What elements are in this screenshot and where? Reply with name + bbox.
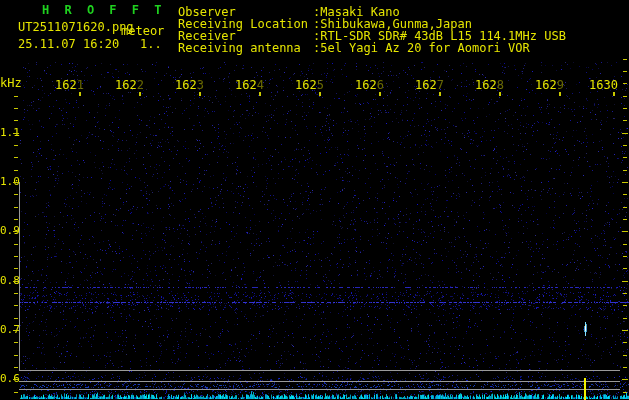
hrofft-output: H R O F F T UT2511071620.png meteor 25.1… bbox=[0, 0, 629, 400]
datetime-label: 25.11.07 16:20 bbox=[18, 38, 119, 50]
y-axis-tick bbox=[13, 231, 19, 232]
reference-line-upper bbox=[19, 370, 620, 371]
y-axis-tick bbox=[622, 133, 628, 134]
y-axis-tick bbox=[623, 108, 627, 109]
output-filename: UT2511071620.png bbox=[18, 21, 134, 33]
x-axis-tick bbox=[439, 92, 441, 96]
y-axis-tick bbox=[623, 256, 627, 257]
y-axis-tick bbox=[623, 355, 627, 356]
y-axis-tick bbox=[14, 318, 18, 319]
y-axis-tick bbox=[623, 219, 627, 220]
x-axis-tick bbox=[613, 92, 615, 96]
y-axis-tick bbox=[13, 133, 19, 134]
y-axis-tick bbox=[623, 268, 627, 269]
x-axis-tick-label: 1625 bbox=[294, 79, 324, 91]
x-axis-tick bbox=[559, 92, 561, 96]
reference-line-middle bbox=[19, 381, 620, 382]
x-axis-tick-label: 1629 bbox=[534, 79, 564, 91]
y-axis-tick bbox=[623, 367, 627, 368]
y-axis-tick bbox=[622, 330, 628, 331]
reference-line-lower bbox=[19, 389, 620, 390]
y-axis-tick bbox=[13, 281, 19, 282]
x-axis-tick-label: 1627 bbox=[414, 79, 444, 91]
y-axis-tick bbox=[14, 207, 18, 208]
y-axis-tick bbox=[622, 379, 628, 380]
y-axis-tick bbox=[14, 367, 18, 368]
y-axis-tick bbox=[623, 293, 627, 294]
x-axis-tick bbox=[139, 92, 141, 96]
x-axis-tick-label: 1630 bbox=[588, 79, 618, 91]
y-axis-tick bbox=[14, 120, 18, 121]
station-field-value: :5el Yagi Az 20 for Aomori VOR bbox=[313, 42, 530, 54]
x-axis-tick-label: 1624 bbox=[234, 79, 264, 91]
y-axis-tick bbox=[623, 342, 627, 343]
y-axis-tick bbox=[14, 219, 18, 220]
x-axis-tick bbox=[379, 92, 381, 96]
y-axis-tick bbox=[623, 392, 627, 393]
station-field-label: Receiving antenna bbox=[178, 42, 301, 54]
y-axis-tick bbox=[623, 305, 627, 306]
y-axis-tick bbox=[14, 145, 18, 146]
y-axis-tick bbox=[13, 182, 19, 183]
x-axis-tick bbox=[79, 92, 81, 96]
y-axis-tick bbox=[622, 281, 628, 282]
observation-name: meteor bbox=[121, 25, 164, 37]
y-axis-unit: kHz bbox=[0, 77, 22, 89]
x-axis-tick-label: 1622 bbox=[114, 79, 144, 91]
x-axis-tick bbox=[259, 92, 261, 96]
y-axis-tick bbox=[14, 342, 18, 343]
y-axis-tick bbox=[14, 305, 18, 306]
y-axis-tick bbox=[623, 145, 627, 146]
y-axis-tick bbox=[623, 318, 627, 319]
y-axis-tick bbox=[14, 170, 18, 171]
y-axis-tick bbox=[14, 268, 18, 269]
y-axis-tick bbox=[623, 157, 627, 158]
spectrogram-canvas bbox=[0, 0, 629, 400]
y-axis-tick bbox=[14, 256, 18, 257]
y-axis-tick bbox=[14, 355, 18, 356]
y-axis-tick bbox=[622, 182, 628, 183]
y-axis-tick bbox=[623, 83, 627, 84]
x-axis-tick bbox=[499, 92, 501, 96]
y-axis-tick bbox=[14, 392, 18, 393]
y-axis-tick bbox=[14, 157, 18, 158]
y-axis-tick bbox=[622, 231, 628, 232]
y-axis-tick bbox=[623, 207, 627, 208]
y-axis-tick bbox=[14, 244, 18, 245]
x-axis-tick-label: 1621 bbox=[54, 79, 84, 91]
x-axis-tick-label: 1626 bbox=[354, 79, 384, 91]
meteor-event-bar bbox=[584, 378, 586, 400]
y-axis-tick bbox=[623, 120, 627, 121]
counter-label: 1.. bbox=[140, 38, 162, 50]
y-axis-tick bbox=[623, 96, 627, 97]
x-axis-tick-label: 1623 bbox=[174, 79, 204, 91]
y-axis-tick bbox=[623, 244, 627, 245]
y-axis-tick bbox=[14, 108, 18, 109]
y-axis-tick bbox=[14, 194, 18, 195]
x-axis-tick bbox=[199, 92, 201, 96]
x-axis-tick-label: 1628 bbox=[474, 79, 504, 91]
y-axis-tick bbox=[14, 293, 18, 294]
y-axis-tick bbox=[14, 96, 18, 97]
x-axis-tick bbox=[319, 92, 321, 96]
y-axis-tick bbox=[13, 330, 19, 331]
app-title: H R O F F T bbox=[42, 4, 165, 16]
y-axis-tick bbox=[13, 379, 19, 380]
y-axis-tick bbox=[623, 71, 627, 72]
y-axis-tick bbox=[623, 170, 627, 171]
y-axis-tick bbox=[623, 194, 627, 195]
y-axis-tick bbox=[623, 59, 627, 60]
